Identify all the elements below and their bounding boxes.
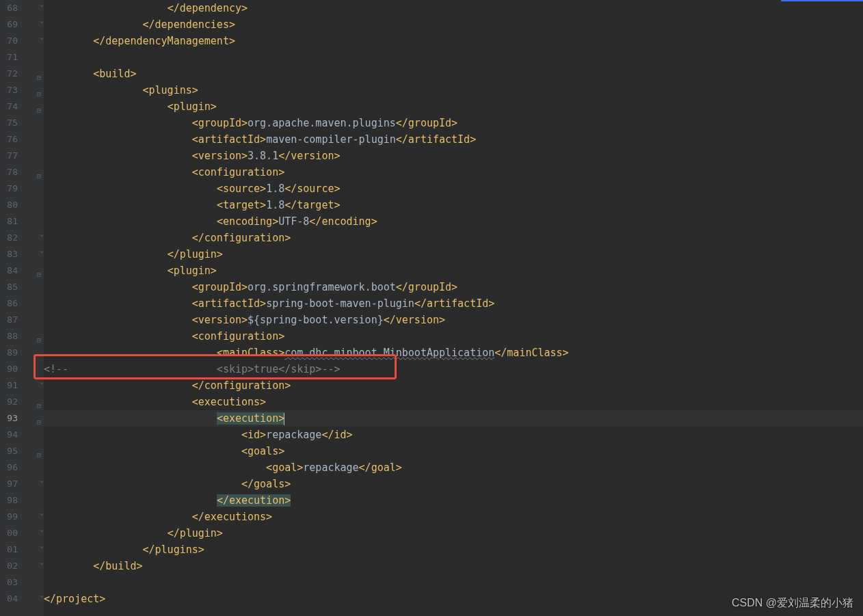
fold-close-icon[interactable]: ⌃	[37, 252, 44, 258]
code-line[interactable]: <plugins>	[44, 82, 863, 98]
code-editor[interactable]: 6869707172737475767778798081828384858687…	[0, 0, 863, 616]
code-line[interactable]: <version>${spring-boot.version}</version…	[44, 312, 863, 328]
code-line[interactable]: <groupId>org.springframework.boot</group…	[44, 279, 863, 295]
fold-gutter-row	[22, 131, 44, 148]
code-token: repackage	[266, 429, 321, 441]
code-line[interactable]: </configuration>	[44, 377, 863, 394]
line-number-gutter[interactable]: 6869707172737475767778798081828384858687…	[0, 0, 22, 616]
code-token: <artifactId>	[192, 297, 266, 310]
fold-close-icon[interactable]: ⌃	[37, 531, 44, 537]
fold-open-icon[interactable]: ⊟	[37, 103, 44, 109]
line-number: 86	[0, 295, 18, 312]
code-token: <execution>	[217, 412, 284, 425]
code-line[interactable]: </dependency>	[44, 0, 863, 16]
code-line[interactable]: <source>1.8</source>	[44, 180, 863, 197]
fold-close-icon[interactable]: ⌃	[37, 563, 44, 570]
code-token: </dependency>	[168, 2, 248, 14]
fold-gutter-row	[22, 180, 44, 197]
code-line[interactable]: <execution>	[44, 410, 863, 427]
fold-close-icon[interactable]: ⌃	[37, 514, 44, 521]
code-token: org.apache.maven.plugins	[248, 117, 396, 129]
fold-gutter-row: ⌃	[22, 16, 44, 33]
code-token: <groupId>	[192, 117, 248, 129]
code-line[interactable]: </build>	[44, 558, 863, 574]
fold-gutter-row: ⊟	[22, 328, 44, 345]
code-line[interactable]: <mainClass>com.dhc.minboot.MinbootApplic…	[44, 345, 863, 361]
code-line[interactable]: <plugin>	[44, 263, 863, 279]
fold-gutter-row: ⌃	[22, 541, 44, 558]
code-token: <id>	[241, 429, 266, 441]
fold-open-icon[interactable]: ⊟	[37, 168, 44, 175]
line-number: 81	[0, 213, 18, 230]
fold-close-icon[interactable]: ⌃	[37, 596, 44, 603]
fold-open-icon[interactable]: ⊟	[37, 86, 44, 93]
line-number: 72	[0, 66, 18, 82]
code-line[interactable]: <version>3.8.1</version>	[44, 148, 863, 164]
code-line[interactable]: <target>1.8</target>	[44, 197, 863, 213]
line-number: 89	[0, 345, 18, 361]
fold-open-icon[interactable]: ⊟	[37, 414, 44, 421]
code-line[interactable]: </plugin>	[44, 525, 863, 541]
code-line[interactable]: <goal>repackage</goal>	[44, 459, 863, 476]
code-token: </artifactId>	[414, 297, 494, 310]
code-line[interactable]: </execution>	[44, 492, 863, 509]
code-line[interactable]	[44, 49, 863, 66]
line-number: 71	[0, 49, 18, 66]
code-line[interactable]: </plugins>	[44, 541, 863, 558]
fold-gutter[interactable]: ⌃⌃⌃⊟⊟⊟⊟⌃⌃⊟⊟⌃⊟⊟⊟⌃⌃⌃⌃⌃⌃	[22, 0, 44, 616]
fold-gutter-row	[22, 49, 44, 66]
code-line[interactable]: </plugin>	[44, 246, 863, 263]
fold-close-icon[interactable]: ⌃	[37, 481, 44, 488]
fold-gutter-row	[22, 492, 44, 509]
code-line[interactable]: <goals>	[44, 443, 863, 459]
code-line[interactable]: <!-- <skip>true</skip>-->	[44, 361, 863, 377]
watermark-text: CSDN @爱刘温柔的小猪	[732, 596, 853, 611]
fold-open-icon[interactable]: ⊟	[37, 70, 44, 77]
fold-close-icon[interactable]: ⌃	[37, 38, 44, 45]
fold-close-icon[interactable]: ⌃	[37, 5, 44, 12]
code-line[interactable]: <artifactId>spring-boot-maven-plugin</ar…	[44, 295, 863, 312]
code-line[interactable]: <plugin>	[44, 98, 863, 115]
code-token: <encoding>	[217, 215, 278, 228]
fold-close-icon[interactable]: ⌃	[37, 547, 44, 554]
code-line[interactable]: <executions>	[44, 394, 863, 410]
code-token: </id>	[321, 429, 352, 441]
code-line[interactable]: <groupId>org.apache.maven.plugins</group…	[44, 115, 863, 131]
code-token: spring-boot-maven-plugin	[266, 297, 414, 310]
code-line[interactable]: <build>	[44, 66, 863, 82]
code-line[interactable]: <artifactId>maven-compiler-plugin</artif…	[44, 131, 863, 148]
code-line[interactable]: </executions>	[44, 509, 863, 525]
fold-close-icon[interactable]: ⌃	[37, 235, 44, 242]
fold-gutter-row	[22, 459, 44, 476]
fold-close-icon[interactable]: ⌃	[37, 22, 44, 29]
fold-gutter-row: ⌃	[22, 558, 44, 574]
code-line[interactable]	[44, 574, 863, 591]
line-number: 83	[0, 246, 18, 263]
fold-open-icon[interactable]: ⊟	[37, 447, 44, 454]
fold-close-icon[interactable]: ⌃	[37, 383, 44, 390]
line-number: 02	[0, 558, 18, 574]
code-line[interactable]: <encoding>UTF-8</encoding>	[44, 213, 863, 230]
code-line[interactable]: </goals>	[44, 476, 863, 492]
code-line[interactable]: <id>repackage</id>	[44, 427, 863, 443]
line-number: 93	[0, 410, 18, 427]
code-content-area[interactable]: </dependency> </dependencies> </dependen…	[44, 0, 863, 616]
fold-open-icon[interactable]: ⊟	[37, 398, 44, 405]
code-line[interactable]: <configuration>	[44, 164, 863, 180]
fold-open-icon[interactable]: ⊟	[37, 332, 44, 339]
fold-gutter-row: ⊟	[22, 394, 44, 410]
code-token: </source>	[284, 183, 340, 195]
line-number: 01	[0, 541, 18, 558]
code-line[interactable]: <configuration>	[44, 328, 863, 345]
fold-gutter-row: ⊟	[22, 164, 44, 180]
code-token: <goal>	[266, 461, 303, 474]
code-line[interactable]: </dependencyManagement>	[44, 33, 863, 49]
fold-open-icon[interactable]: ⊟	[37, 267, 44, 273]
code-line[interactable]: </configuration>	[44, 230, 863, 246]
code-line[interactable]: </dependencies>	[44, 16, 863, 33]
code-token: <plugin>	[168, 265, 217, 277]
fold-gutter-row: ⌃	[22, 33, 44, 49]
code-token: <plugin>	[168, 101, 217, 113]
fold-gutter-row: ⊟	[22, 66, 44, 82]
fold-gutter-row	[22, 295, 44, 312]
